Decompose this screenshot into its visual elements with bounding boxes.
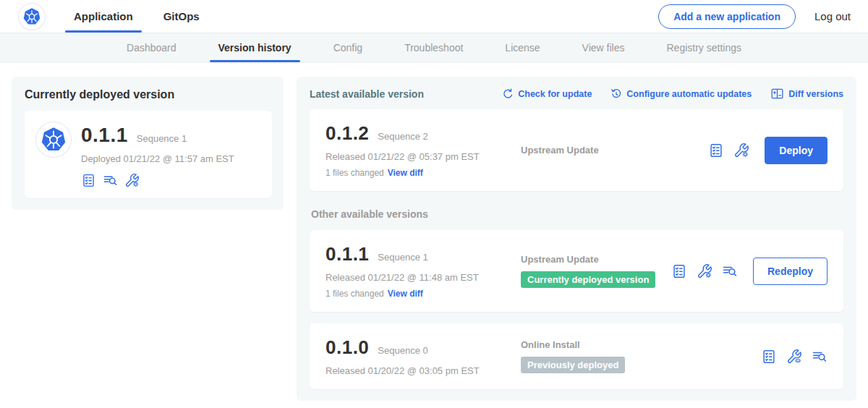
main-content: Currently deployed version 0.1.1 Sequenc…: [0, 63, 868, 401]
diff-versions-label: Diff versions: [788, 89, 843, 99]
version-actions: Deploy: [708, 137, 827, 164]
version-actions: Redeploy: [671, 258, 827, 285]
available-panel-title: Latest available version: [310, 88, 424, 100]
tab-dashboard[interactable]: Dashboard: [118, 33, 185, 62]
deployed-version-actions: [81, 173, 234, 188]
version-source-label: Upstream Update: [521, 145, 708, 156]
app-subnav: Dashboard Version history Config Trouble…: [0, 33, 868, 63]
redeploy-button[interactable]: Redeploy: [753, 258, 827, 285]
schedule-update-icon: [610, 88, 622, 100]
view-logs-icon[interactable]: [812, 349, 827, 365]
view-logs-icon[interactable]: [103, 173, 118, 188]
version-source-label: Online Install: [521, 339, 761, 350]
currently-deployed-panel: Currently deployed version 0.1.1 Sequenc…: [12, 77, 284, 210]
available-panel-actions: Check for update Configure automatic upd…: [502, 88, 843, 100]
edit-config-icon[interactable]: [733, 143, 749, 158]
deployed-version-sequence: Sequence 1: [137, 133, 187, 144]
version-sequence: Sequence 0: [378, 345, 427, 356]
app-kubernetes-logo-icon: [36, 122, 71, 157]
version-source: Online Install Previously deployed: [511, 339, 761, 373]
version-info: 0.1.1 Sequence 1 Released 01/21/22 @ 11:…: [326, 243, 511, 299]
tab-registry-settings[interactable]: Registry settings: [658, 33, 750, 62]
deployed-version-number: 0.1.1: [81, 124, 128, 147]
available-panel-header: Latest available version Check for updat…: [310, 88, 843, 100]
configure-automatic-updates-label: Configure automatic updates: [626, 89, 752, 99]
configure-automatic-updates-link[interactable]: Configure automatic updates: [610, 88, 752, 100]
tab-license[interactable]: License: [496, 33, 548, 62]
version-number: 0.1.1: [326, 243, 369, 265]
release-notes-icon[interactable]: [671, 263, 687, 279]
other-versions-title: Other available versions: [311, 208, 843, 220]
view-diff-link[interactable]: View diff: [388, 168, 423, 178]
previously-deployed-badge: Previously deployed: [521, 357, 625, 373]
version-released-timestamp: Released 01/21/22 @ 05:37 pm EST: [326, 151, 511, 162]
edit-config-icon[interactable]: [697, 263, 712, 279]
refresh-icon: [502, 88, 514, 100]
header-tabs: Application GitOps: [65, 0, 221, 33]
check-for-update-link[interactable]: Check for update: [502, 88, 592, 100]
version-info: 0.1.2 Sequence 2 Released 01/21/22 @ 05:…: [326, 122, 511, 178]
files-changed: 1 files changedView diff: [326, 289, 511, 299]
tab-gitops[interactable]: GitOps: [155, 0, 208, 33]
version-source: Upstream Update Currently deployed versi…: [511, 254, 671, 288]
version-card-0-1-0: 0.1.0 Sequence 0 Released 01/20/22 @ 03:…: [310, 323, 843, 389]
diff-versions-link[interactable]: Diff versions: [770, 88, 843, 100]
tab-config[interactable]: Config: [325, 33, 371, 62]
view-diff-link[interactable]: View diff: [388, 289, 423, 299]
tab-view-files[interactable]: View files: [574, 33, 634, 62]
version-released-timestamp: Released 01/21/22 @ 11:48 am EST: [326, 272, 511, 283]
app-header: Application GitOps Add a new application…: [0, 0, 868, 33]
deployed-version-card: 0.1.1 Sequence 1 Deployed 01/21/22 @ 11:…: [25, 111, 272, 198]
view-config-icon[interactable]: [786, 349, 802, 365]
version-number: 0.1.2: [326, 122, 369, 145]
deploy-button[interactable]: Deploy: [765, 137, 827, 164]
files-changed-label: 1 files changed: [326, 168, 384, 178]
version-sequence: Sequence 2: [378, 131, 427, 142]
edit-config-icon[interactable]: [124, 173, 140, 188]
version-info: 0.1.0 Sequence 0 Released 01/20/22 @ 03:…: [326, 336, 511, 376]
version-actions: [761, 349, 827, 365]
add-application-button[interactable]: Add a new application: [658, 4, 796, 29]
kubernetes-logo-icon: [19, 4, 45, 30]
view-logs-icon[interactable]: [722, 263, 738, 279]
release-notes-icon[interactable]: [761, 349, 777, 365]
tab-application[interactable]: Application: [65, 0, 142, 33]
version-number: 0.1.0: [326, 336, 369, 359]
check-for-update-label: Check for update: [518, 89, 592, 99]
release-notes-icon[interactable]: [708, 143, 724, 158]
available-versions-panel: Latest available version Check for updat…: [297, 77, 856, 401]
deployed-version-timestamp: Deployed 01/21/22 @ 11:57 am EST: [81, 153, 234, 164]
diff-versions-icon: [770, 88, 784, 100]
version-released-timestamp: Released 01/20/22 @ 03:05 pm EST: [326, 365, 511, 376]
tab-version-history[interactable]: Version history: [210, 33, 300, 62]
version-card-0-1-1: 0.1.1 Sequence 1 Released 01/21/22 @ 11:…: [310, 230, 843, 312]
version-card-0-1-2: 0.1.2 Sequence 2 Released 01/21/22 @ 05:…: [310, 109, 843, 191]
files-changed: 1 files changedView diff: [326, 168, 511, 178]
logout-link[interactable]: Log out: [814, 10, 851, 22]
deployed-version-info: 0.1.1 Sequence 1 Deployed 01/21/22 @ 11:…: [81, 122, 234, 188]
files-changed-label: 1 files changed: [326, 289, 384, 299]
deployed-panel-title: Currently deployed version: [25, 88, 272, 101]
currently-deployed-badge: Currently deployed version: [521, 271, 655, 288]
version-source-label: Upstream Update: [521, 254, 671, 265]
version-sequence: Sequence 1: [378, 252, 427, 263]
tab-troubleshoot[interactable]: Troubleshoot: [396, 33, 472, 62]
release-notes-icon[interactable]: [81, 173, 96, 188]
version-source: Upstream Update: [511, 145, 708, 156]
